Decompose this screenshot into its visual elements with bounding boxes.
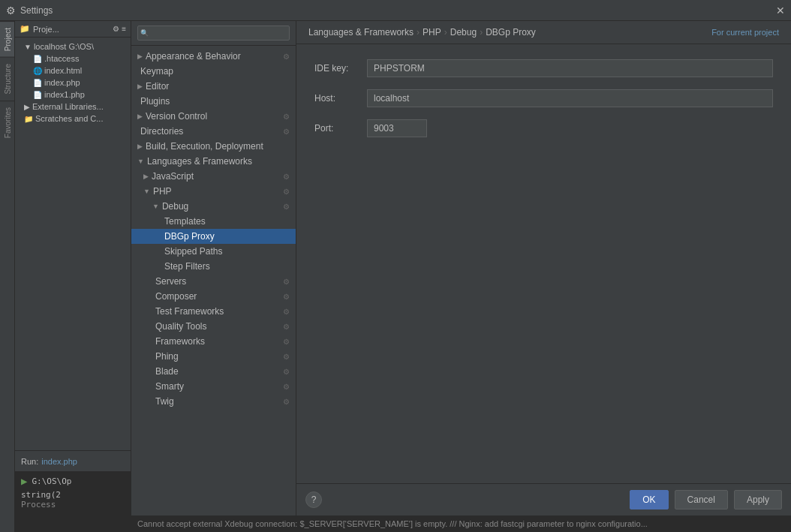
settings-search-input[interactable] — [137, 26, 290, 41]
tree-item-index-html[interactable]: 🌐 index.html — [15, 65, 131, 77]
arrow-icon: ▶ — [137, 53, 143, 60]
nav-item-skipped-paths[interactable]: Skipped Paths — [131, 244, 296, 259]
run-console: ▶ G:\OS\Op string(2 Process — [15, 472, 131, 532]
favorites-tab[interactable]: Favorites — [0, 101, 14, 144]
status-message: Cannot accept external Xdebug connection… — [137, 519, 648, 528]
nav-item-javascript[interactable]: ▶ JavaScript ⚙ — [131, 169, 296, 184]
nav-label: Servers — [155, 276, 186, 287]
play-button[interactable]: ▶ — [21, 475, 27, 487]
nav-item-quality-tools[interactable]: Quality Tools ⚙ — [131, 319, 296, 334]
folder-icon: 📁 — [24, 115, 33, 123]
settings-icon: ⚙ — [283, 293, 290, 301]
nav-item-dbgp-proxy[interactable]: DBGp Proxy — [131, 229, 296, 244]
arrow-icon: ▶ — [137, 113, 143, 120]
nav-item-servers[interactable]: Servers ⚙ — [131, 274, 296, 289]
settings-icon: ⚙ — [283, 53, 290, 61]
nav-item-composer[interactable]: Composer ⚙ — [131, 289, 296, 304]
arrow-icon: ▶ — [137, 143, 143, 150]
nav-item-build[interactable]: ▶ Build, Execution, Deployment — [131, 139, 296, 154]
project-tab[interactable]: Project — [0, 21, 14, 57]
nav-item-keymap[interactable]: Keymap — [131, 64, 296, 79]
arrow-icon: ▶ — [137, 83, 143, 90]
nav-label: Skipped Paths — [164, 246, 222, 257]
console-line3: Process — [21, 500, 125, 509]
tree-label: index.php — [44, 78, 80, 87]
port-input[interactable] — [367, 119, 427, 137]
tree-label: localhost G:\OS\ — [34, 42, 94, 51]
nav-item-phing[interactable]: Phing ⚙ — [131, 349, 296, 364]
nav-item-appearance[interactable]: ▶ Appearance & Behavior ⚙ — [131, 49, 296, 64]
ide-key-row: IDE key: — [314, 59, 773, 77]
tree-label: .htaccess — [44, 54, 79, 63]
breadcrumb: Languages & Frameworks › PHP › Debug › D… — [296, 21, 791, 44]
apply-button[interactable]: Apply — [734, 490, 782, 509]
arrow-icon: ▼ — [152, 203, 159, 210]
nav-item-vcs[interactable]: ▶ Version Control ⚙ — [131, 109, 296, 124]
nav-item-editor[interactable]: ▶ Editor — [131, 79, 296, 94]
php-icon: 📄 — [33, 91, 42, 99]
nav-item-directories[interactable]: Directories ⚙ — [131, 124, 296, 139]
project-options[interactable]: ⚙ ≡ — [113, 25, 126, 33]
nav-item-test-frameworks[interactable]: Test Frameworks ⚙ — [131, 304, 296, 319]
nav-item-php[interactable]: ▼ PHP ⚙ — [131, 184, 296, 199]
tree-item-external[interactable]: ▶ External Libraries... — [15, 101, 131, 113]
dialog-buttons: ? OK Cancel Apply — [296, 483, 791, 515]
settings-form: IDE key: Host: Port: — [296, 44, 791, 483]
nav-label: Debug — [162, 201, 188, 212]
cancel-button[interactable]: Cancel — [675, 490, 728, 509]
tree-label: index1.php — [44, 90, 85, 99]
tree-item-scratches[interactable]: 📁 Scratches and C... — [15, 113, 131, 125]
nav-item-frameworks[interactable]: Frameworks ⚙ — [131, 334, 296, 349]
nav-item-templates[interactable]: Templates — [131, 214, 296, 229]
nav-label: Directories — [140, 126, 183, 137]
php-icon: 📄 — [33, 79, 42, 87]
ide-key-input[interactable] — [367, 59, 773, 77]
arrow-icon: ▼ — [137, 158, 144, 165]
ok-button[interactable]: OK — [630, 490, 668, 509]
nav-item-debug[interactable]: ▼ Debug ⚙ — [131, 199, 296, 214]
nav-item-plugins[interactable]: Plugins — [131, 94, 296, 109]
nav-label: Frameworks — [155, 336, 205, 347]
nav-label: Smarty — [155, 381, 184, 392]
tree-item-index1-php[interactable]: 📄 index1.php — [15, 89, 131, 101]
nav-label: Quality Tools — [155, 321, 206, 332]
nav-list: ▶ Appearance & Behavior ⚙ Keymap ▶ Edito… — [131, 46, 296, 515]
expand-icon: ▶ — [24, 103, 30, 111]
breadcrumb-sep: › — [417, 27, 420, 38]
tree-item-index-php[interactable]: 📄 index.php — [15, 77, 131, 89]
help-button[interactable]: ? — [305, 491, 322, 508]
host-input[interactable] — [367, 89, 773, 107]
left-tabs: Project Structure Favorites — [0, 21, 15, 532]
run-file[interactable]: index.php — [41, 457, 77, 466]
tree-item-localhost[interactable]: ▼ localhost G:\OS\ — [15, 41, 131, 53]
nav-label: JavaScript — [152, 171, 194, 182]
tree-item-htaccess[interactable]: 📄 .htaccess — [15, 53, 131, 65]
host-row: Host: — [314, 89, 773, 107]
title-bar: ⚙ Settings ✕ — [0, 0, 791, 21]
arrow-icon: ▶ — [143, 173, 149, 180]
host-label: Host: — [314, 93, 367, 104]
run-label: Run: — [21, 457, 38, 466]
breadcrumb-sep: › — [444, 27, 447, 38]
settings-icon: ⚙ — [283, 338, 290, 346]
nav-item-step-filters[interactable]: Step Filters — [131, 259, 296, 274]
nav-item-lang-frameworks[interactable]: ▼ Languages & Frameworks — [131, 154, 296, 169]
nav-label: Plugins — [140, 96, 170, 107]
nav-label: PHP — [153, 186, 172, 197]
nav-label: Build, Execution, Deployment — [146, 141, 263, 152]
settings-content: Languages & Frameworks › PHP › Debug › D… — [296, 21, 791, 515]
nav-label: Templates — [164, 216, 206, 227]
nav-label: Test Frameworks — [155, 306, 224, 317]
nav-label: Keymap — [140, 66, 173, 77]
settings-area: ▶ Appearance & Behavior ⚙ Keymap ▶ Edito… — [131, 21, 791, 532]
nav-item-blade[interactable]: Blade ⚙ — [131, 364, 296, 379]
tree-label: External Libraries... — [32, 102, 104, 111]
nav-label: Twig — [155, 396, 174, 407]
close-button[interactable]: ✕ — [776, 5, 785, 17]
tree-label: index.html — [44, 66, 82, 75]
nav-item-twig[interactable]: Twig ⚙ — [131, 394, 296, 409]
nav-item-smarty[interactable]: Smarty ⚙ — [131, 379, 296, 394]
nav-label: DBGp Proxy — [164, 231, 215, 242]
structure-tab[interactable]: Structure — [0, 57, 14, 101]
settings-icon: ⚙ — [283, 308, 290, 316]
